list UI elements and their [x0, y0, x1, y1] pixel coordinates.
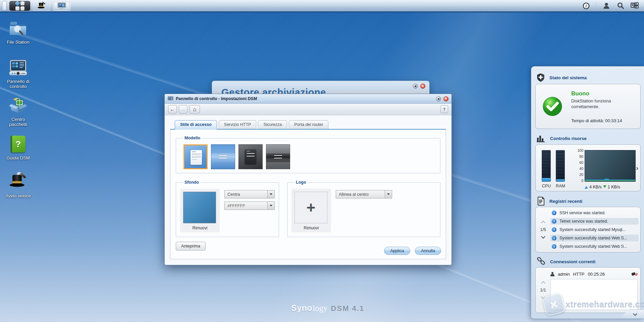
user-icon[interactable] — [602, 2, 610, 10]
connection-user: admin — [558, 272, 570, 277]
minimize-button[interactable] — [413, 84, 418, 89]
ram-gauge — [556, 150, 565, 182]
desktop-icon-control-panel[interactable]: Pannello di controllo — [3, 58, 34, 89]
template-legend: Modello — [183, 136, 202, 140]
pilot-view-icon[interactable] — [631, 2, 639, 10]
cpu-label: CPU — [540, 184, 553, 188]
main-menu-icon — [15, 1, 24, 10]
magic-hat-icon — [37, 2, 46, 9]
system-status-card: Buono DiskStation funziona correttamente… — [535, 84, 641, 129]
user-silhouette-icon — [550, 272, 554, 276]
home-button[interactable]: ⌂ — [190, 105, 200, 113]
tab-servizio-http[interactable]: Servizio HTTP — [219, 120, 257, 129]
tab-stile-di-accesso[interactable]: Stile di accesso — [175, 120, 217, 130]
connection-list-area — [550, 279, 638, 310]
download-rate: 1 KB/s — [608, 185, 620, 189]
main-menu-button[interactable] — [9, 1, 30, 11]
background-remove-button[interactable]: Rimuovi — [183, 226, 217, 230]
background-position-select[interactable]: Centra — [224, 190, 275, 198]
connection-protocol: HTTP — [573, 272, 584, 277]
resource-monitor-card[interactable]: CPU RAM 100 80 60 40 20 0 4 KB/s 1 KB/s — [535, 144, 641, 191]
desktop-icon-label: File Station — [3, 40, 34, 45]
search-icon[interactable] — [616, 2, 625, 10]
template-thumbnail-blue-band[interactable] — [211, 144, 235, 169]
shield-icon — [537, 73, 545, 82]
dialog-close-button[interactable]: ✕ — [443, 96, 448, 101]
desktop-icon-label: Guida DSM — [3, 155, 34, 160]
uptime-text: Tempo di attività: 00:33:14 — [571, 118, 622, 123]
info-icon[interactable]: i — [582, 2, 590, 10]
plus-icon: + — [307, 201, 316, 214]
desktop-icon-quick-start[interactable]: Avvio veloce — [3, 173, 34, 198]
disconnect-icon[interactable] — [632, 272, 638, 276]
info-badge-icon: i — [552, 236, 556, 240]
logo-upload-box[interactable]: + — [294, 192, 327, 223]
expand-chevron[interactable]: › — [636, 164, 638, 172]
download-line — [585, 180, 635, 181]
connections-pager: 1/1 — [536, 268, 550, 313]
log-document-icon — [537, 197, 545, 205]
control-panel-window-icon — [57, 2, 66, 9]
status-value: Buono — [571, 90, 611, 97]
connection-row[interactable]: admin HTTP 00:25:26 — [550, 270, 638, 278]
system-status-header: Stato del sistema — [537, 73, 587, 82]
desktop-background: i — [0, 0, 644, 322]
logo-legend: Logo — [294, 180, 308, 185]
tab-sicurezza[interactable]: Sicurezza — [258, 120, 287, 129]
dsm-branding: Synology DSM 4.1 — [291, 303, 364, 313]
preview-button[interactable]: Anteprima — [176, 242, 206, 250]
page-up-icon[interactable] — [541, 281, 545, 285]
show-desktop-button[interactable] — [2, 1, 7, 10]
page-up-icon[interactable] — [541, 221, 545, 225]
taskbar-quick-start-button[interactable] — [33, 1, 50, 11]
tab-bar: Stile di accesso Servizio HTTP Sicurezza… — [175, 120, 446, 129]
logo-holder: + Rimuovi — [291, 189, 331, 232]
desktop-icon-package-center[interactable]: Centro pacchetti — [3, 96, 34, 127]
background-image-preview[interactable] — [183, 192, 216, 223]
menu-diamond-icon — [15, 1, 20, 6]
desktop-icon-file-station[interactable]: File Station — [3, 19, 34, 45]
logs-page-indicator: 1/5 — [540, 227, 546, 232]
background-legend: Sfondo — [183, 180, 201, 185]
log-row[interactable]: iSSH service was started. — [550, 210, 639, 216]
logs-pager: 1/5 — [536, 207, 550, 252]
log-row[interactable]: iTelnet service was started. — [550, 218, 639, 225]
log-row[interactable]: iSystem successfully started Mysql... — [550, 226, 639, 233]
background-color-select[interactable]: #FFFFFF — [224, 201, 275, 210]
dialog-toolbar: ← → ⌂ ? — [165, 104, 451, 115]
dialog-titlebar[interactable]: Pannello di controllo - Impostazioni DSM… — [165, 94, 451, 104]
template-thumbnail-dark-card[interactable] — [238, 144, 263, 169]
chevron-down-icon[interactable] — [385, 190, 392, 198]
close-button[interactable]: ✕ — [420, 84, 425, 89]
chevron-down-icon[interactable] — [267, 190, 274, 198]
background-image-holder: Rimuovi — [180, 189, 220, 232]
cancel-button[interactable]: Annulla — [415, 247, 441, 255]
forward-button[interactable]: → — [179, 105, 187, 113]
back-button[interactable]: ← — [168, 105, 177, 113]
chevron-down-icon[interactable] — [267, 202, 274, 210]
page-down-icon[interactable] — [541, 295, 545, 299]
desktop-icon-dsm-help[interactable]: ? Guida DSM — [3, 135, 34, 160]
page-down-icon[interactable] — [541, 234, 545, 239]
widget-title: Stato del sistema — [549, 75, 587, 80]
info-badge-icon: i — [552, 244, 556, 249]
dialog-help-button[interactable]: ? — [440, 105, 448, 113]
dialog-body: Stile di accesso Servizio HTTP Sicurezza… — [165, 115, 451, 265]
logo-align-select[interactable]: Allinea al centro — [336, 190, 392, 198]
log-row[interactable]: iSystem successfully started Web S... — [550, 235, 639, 241]
system-widget-panel: Stato del sistema Buono DiskStation funz… — [531, 66, 644, 319]
log-row[interactable]: iSystem successfully started Web S... — [550, 243, 639, 250]
bar-chart-icon — [537, 134, 545, 142]
taskbar-control-panel-button[interactable] — [53, 1, 70, 11]
apply-button[interactable]: Applica — [384, 247, 410, 255]
dialog-minimize-button[interactable] — [436, 96, 441, 101]
log-list: iSSH service was started. iTelnet servic… — [550, 209, 639, 251]
template-thumbnail-blue-card[interactable] — [183, 144, 208, 169]
logo-remove-button[interactable]: Rimuovi — [294, 226, 328, 230]
taskbar-separator — [596, 2, 596, 10]
template-thumbnail-dark-band[interactable] — [266, 144, 290, 169]
quick-start-hat-icon — [3, 173, 34, 191]
package-center-icon — [3, 96, 34, 115]
template-fieldset: Modello — [176, 136, 440, 173]
tab-porta-del-router[interactable]: Porta del router — [289, 120, 328, 129]
